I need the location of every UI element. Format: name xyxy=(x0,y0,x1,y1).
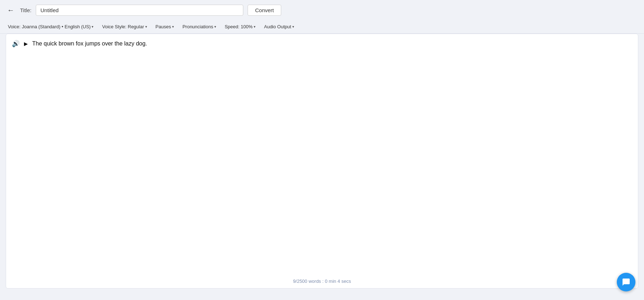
pronunciations-selector[interactable]: Pronunciations ▾ xyxy=(180,23,218,30)
editor-content-row: 🔊 ▶ The quick brown fox jumps over the l… xyxy=(12,40,632,48)
top-bar: ← Title: Convert xyxy=(0,0,644,20)
speed-label: Speed: 100% xyxy=(225,24,253,29)
play-icon[interactable]: ▶ xyxy=(24,41,28,47)
audio-output-selector[interactable]: Audio Output ▾ xyxy=(262,23,296,30)
chat-button[interactable] xyxy=(617,273,635,291)
word-count: 9/2500 words : 0 min 4 secs xyxy=(293,279,351,284)
pauses-chevron-icon: ▾ xyxy=(172,25,174,29)
pauses-label: Pauses xyxy=(156,24,171,29)
toolbar: Voice: Joanna (Standard) • English (US) … xyxy=(0,20,644,34)
speed-selector[interactable]: Speed: 100% ▾ xyxy=(223,23,258,30)
title-input[interactable] xyxy=(36,5,243,16)
voice-style-chevron-icon: ▾ xyxy=(145,25,147,29)
voice-chevron-icon: ▾ xyxy=(92,25,93,29)
editor-area: 🔊 ▶ The quick brown fox jumps over the l… xyxy=(6,34,638,289)
chat-icon xyxy=(622,278,630,286)
speaker-icon[interactable]: 🔊 xyxy=(12,40,20,48)
editor-text: The quick brown fox jumps over the lazy … xyxy=(32,40,147,47)
pronunciations-label: Pronunciations xyxy=(182,24,213,29)
voice-selector[interactable]: Voice: Joanna (Standard) • English (US) … xyxy=(6,23,96,30)
back-icon: ← xyxy=(7,6,14,14)
voice-label: Voice: Joanna (Standard) • English (US) xyxy=(8,24,91,29)
voice-style-label: Voice Style: Regular xyxy=(102,24,144,29)
speed-chevron-icon: ▾ xyxy=(254,25,255,29)
back-button[interactable]: ← xyxy=(6,5,16,16)
audio-output-label: Audio Output xyxy=(264,24,291,29)
title-label: Title: xyxy=(20,7,31,13)
voice-style-selector[interactable]: Voice Style: Regular ▾ xyxy=(100,23,149,30)
convert-button[interactable]: Convert xyxy=(248,5,282,16)
audio-output-chevron-icon: ▾ xyxy=(292,25,294,29)
pauses-selector[interactable]: Pauses ▾ xyxy=(153,23,176,30)
pronunciations-chevron-icon: ▾ xyxy=(214,25,216,29)
